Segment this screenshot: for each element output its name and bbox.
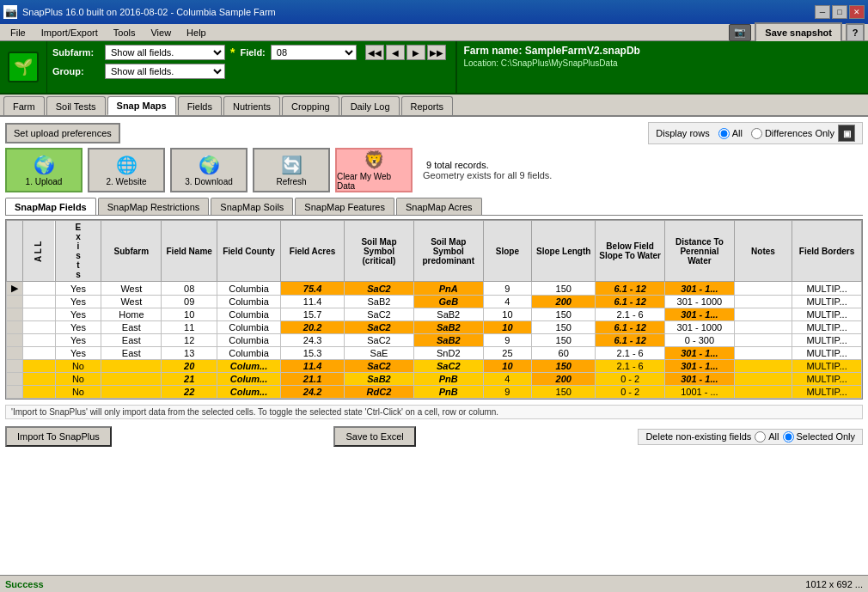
menu-file[interactable]: File <box>3 26 33 40</box>
cell-field-name[interactable]: 13 <box>162 347 217 360</box>
cell-field-name[interactable]: 12 <box>162 334 217 347</box>
cell-slope-length[interactable]: 60 <box>532 347 596 360</box>
sub-tab-snapmap-features[interactable]: SnapMap Features <box>295 198 394 215</box>
cell-field-acres[interactable]: 11.4 <box>281 360 345 373</box>
col-header-notes[interactable]: Notes <box>734 221 792 282</box>
tab-fields[interactable]: Fields <box>178 96 222 115</box>
row-select-all[interactable] <box>22 321 55 334</box>
row-select-all[interactable] <box>22 347 55 360</box>
cell-field-borders[interactable]: MULTIP... <box>792 308 862 321</box>
cell-dist-perennial[interactable]: 301 - 1... <box>665 282 735 296</box>
cell-field-borders[interactable]: MULTIP... <box>792 282 862 296</box>
cell-soil-predominant[interactable]: PnB <box>413 373 483 386</box>
nav-first-button[interactable]: ◀◀ <box>365 45 384 60</box>
col-header-fieldborders[interactable]: Field Borders <box>792 221 862 282</box>
tab-dailylog[interactable]: Daily Log <box>341 96 400 115</box>
download-button[interactable]: 🌍 3. Download <box>170 148 248 192</box>
tab-nutrients[interactable]: Nutrients <box>223 96 280 115</box>
tab-soiltests[interactable]: Soil Tests <box>46 96 106 115</box>
cell-field-acres[interactable]: 15.7 <box>281 308 345 321</box>
radio-delete-selected[interactable]: Selected Only <box>783 431 855 442</box>
cell-dist-perennial[interactable]: 301 - 1000 <box>665 321 735 334</box>
cell-subfarm[interactable]: East <box>101 334 162 347</box>
cell-soil-critical[interactable]: SaC2 <box>345 321 414 334</box>
cell-exists[interactable]: Yes <box>55 308 101 321</box>
minimize-button[interactable]: ─ <box>815 5 830 19</box>
cell-notes[interactable] <box>734 360 792 373</box>
table-row[interactable]: No21Colum...21.1SaB2PnB42000 - 2301 - 1.… <box>7 373 862 386</box>
cell-soil-critical[interactable]: SaB2 <box>345 296 414 308</box>
cell-dist-perennial[interactable]: 301 - 1... <box>665 308 735 321</box>
cell-notes[interactable] <box>734 334 792 347</box>
nav-last-button[interactable]: ▶▶ <box>427 45 446 60</box>
cell-slope[interactable]: 10 <box>483 308 532 321</box>
col-header-subfarm[interactable]: Subfarm <box>101 221 162 282</box>
cell-notes[interactable] <box>734 296 792 308</box>
cell-subfarm[interactable]: West <box>101 282 162 296</box>
cell-slope-length[interactable]: 150 <box>532 308 596 321</box>
cell-soil-predominant[interactable]: GeB <box>413 296 483 308</box>
menu-help[interactable]: Help <box>180 26 213 40</box>
sub-tab-snapmap-acres[interactable]: SnapMap Acres <box>396 198 482 215</box>
cell-field-borders[interactable]: MULTIP... <box>792 360 862 373</box>
help-button[interactable]: ? <box>846 23 865 42</box>
nav-prev-button[interactable]: ◀ <box>386 45 405 60</box>
cell-field-name[interactable]: 21 <box>162 373 217 386</box>
cell-soil-critical[interactable]: SaB2 <box>345 373 414 386</box>
cell-slope-length[interactable]: 150 <box>532 282 596 296</box>
cell-field-acres[interactable]: 24.3 <box>281 334 345 347</box>
nav-next-button[interactable]: ▶ <box>406 45 425 60</box>
cell-field-acres[interactable]: 20.2 <box>281 321 345 334</box>
cell-field-name[interactable]: 08 <box>162 282 217 296</box>
cell-subfarm[interactable]: Home <box>101 308 162 321</box>
cell-dist-perennial[interactable]: 301 - 1000 <box>665 296 735 308</box>
cell-field-borders[interactable]: MULTIP... <box>792 373 862 386</box>
cell-slope[interactable]: 4 <box>483 296 532 308</box>
col-header-slopelength[interactable]: Slope Length <box>532 221 596 282</box>
col-header-exists[interactable]: Exists <box>55 221 101 282</box>
cell-subfarm[interactable] <box>101 373 162 386</box>
cell-field-acres[interactable]: 21.1 <box>281 373 345 386</box>
cell-field-borders[interactable]: MULTIP... <box>792 386 862 399</box>
cell-below-field[interactable]: 0 - 2 <box>596 373 665 386</box>
row-select-all[interactable] <box>22 334 55 347</box>
tab-snapmaps[interactable]: Snap Maps <box>107 96 176 115</box>
cell-field-county[interactable]: Colum... <box>217 360 281 373</box>
cell-field-county[interactable]: Columbia <box>217 347 281 360</box>
cell-below-field[interactable]: 6.1 - 12 <box>596 321 665 334</box>
cell-slope[interactable]: 4 <box>483 373 532 386</box>
save-excel-button[interactable]: Save to Excel <box>333 426 415 447</box>
cell-field-borders[interactable]: MULTIP... <box>792 347 862 360</box>
cell-notes[interactable] <box>734 282 792 296</box>
cell-slope[interactable]: 9 <box>483 282 532 296</box>
row-select-all[interactable] <box>22 386 55 399</box>
cell-field-borders[interactable]: MULTIP... <box>792 296 862 308</box>
col-header-fieldcounty[interactable]: Field County <box>217 221 281 282</box>
cell-field-county[interactable]: Columbia <box>217 308 281 321</box>
cell-notes[interactable] <box>734 347 792 360</box>
upload-button[interactable]: 🌍 1. Upload <box>5 148 83 192</box>
cell-soil-predominant[interactable]: SaB2 <box>413 334 483 347</box>
cell-soil-predominant[interactable]: PnA <box>413 282 483 296</box>
subfarm-select[interactable]: Show all fields. <box>105 45 225 60</box>
table-row[interactable]: YesWest09Columbia11.4SaB2GeB42006.1 - 12… <box>7 296 862 308</box>
tab-cropping[interactable]: Cropping <box>282 96 339 115</box>
upload-prefs-button[interactable]: Set upload preferences <box>5 123 120 143</box>
cell-dist-perennial[interactable]: 1001 - ... <box>665 386 735 399</box>
cell-field-acres[interactable]: 24.2 <box>281 386 345 399</box>
cell-slope-length[interactable]: 150 <box>532 321 596 334</box>
import-snapplus-button[interactable]: Import To SnapPlus <box>5 426 112 447</box>
cell-exists[interactable]: Yes <box>55 347 101 360</box>
table-row[interactable]: YesEast12Columbia24.3SaC2SaB291506.1 - 1… <box>7 334 862 347</box>
table-row[interactable]: No20Colum...11.4SaC2SaC2101502.1 - 6301 … <box>7 360 862 373</box>
table-row[interactable]: YesHome10Columbia15.7SaC2SaB2101502.1 - … <box>7 308 862 321</box>
cell-exists[interactable]: No <box>55 373 101 386</box>
maximize-button[interactable]: □ <box>832 5 847 19</box>
fullscreen-button[interactable]: ▣ <box>838 125 855 142</box>
cell-slope[interactable]: 25 <box>483 347 532 360</box>
col-header-soilpredominant[interactable]: Soil Map Symbol predominant <box>413 221 483 282</box>
save-snapshot-button[interactable]: Save snapshot <box>755 22 842 43</box>
col-header-fieldacres[interactable]: Field Acres <box>281 221 345 282</box>
row-select-all[interactable] <box>22 373 55 386</box>
sub-tab-snapmap-soils[interactable]: SnapMap Soils <box>211 198 293 215</box>
